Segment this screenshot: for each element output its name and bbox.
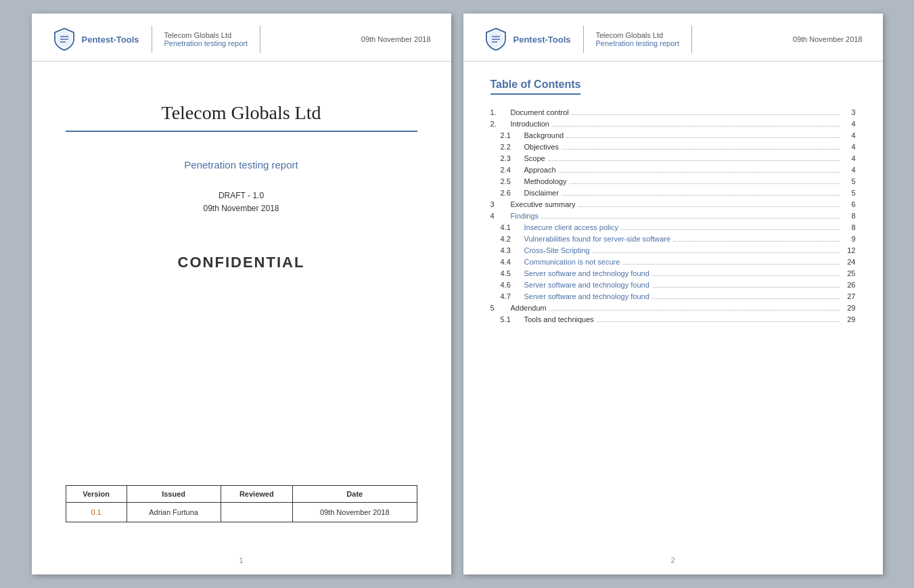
toc-dots — [593, 252, 840, 253]
toc-entry: 4Findings8 — [490, 212, 856, 221]
toc-label: Findings — [511, 212, 539, 220]
header-company-1: Telecom Globals Ltd — [164, 31, 248, 39]
toc-dots — [570, 183, 840, 184]
toc-page: 3 — [842, 108, 856, 116]
col-reviewed: Reviewed — [221, 486, 292, 503]
toc-entry: 4.7Server software and technology found2… — [490, 292, 856, 301]
toc-label: Executive summary — [511, 200, 576, 208]
toc-label: Disclaimer — [524, 189, 559, 197]
toc-label: Document control — [511, 108, 569, 116]
toc-num: 2.6 — [490, 189, 524, 197]
toc-label: Addendum — [511, 304, 547, 312]
toc-num: 3 — [490, 200, 511, 208]
toc-dots — [562, 149, 840, 150]
cell-version: 0.1 — [66, 503, 127, 522]
report-subtitle: Penetration testing report — [184, 159, 298, 171]
toc-label: Background — [524, 131, 564, 139]
cell-issued: Adrian Furtuna — [127, 503, 221, 522]
header-divider-3 — [583, 26, 584, 53]
toc-dots — [621, 229, 840, 230]
toc-num: 5 — [490, 304, 511, 312]
toc-page: 4 — [842, 131, 856, 139]
toc-label: Scope — [524, 154, 545, 162]
toc-dots — [652, 298, 840, 299]
toc-page: 5 — [842, 189, 856, 197]
toc-entry: 1.Document control3 — [490, 108, 856, 117]
toc-dots — [549, 310, 840, 311]
toc-page: 9 — [842, 235, 856, 243]
toc-label: Introduction — [511, 120, 549, 128]
toc-dots — [562, 195, 840, 196]
toc-label: Server software and technology found — [524, 281, 649, 289]
page-1-header: Pentest-Tools Telecom Globals Ltd Penetr… — [32, 14, 451, 62]
toc-entry: 2.3Scope4 — [490, 154, 856, 163]
table-row: 0.1 Adrian Furtuna 09th November 2018 — [66, 503, 417, 522]
toc-entry: 2.2Objectives4 — [490, 143, 856, 152]
page-1-body: Telecom Globals Ltd Penetration testing … — [32, 62, 451, 485]
toc-label: Vulnerabilities found for server-side so… — [524, 235, 671, 243]
toc-dots — [578, 206, 839, 207]
header-divider-2 — [260, 26, 260, 53]
toc-label: Cross-Site Scripting — [524, 246, 590, 254]
logo-shield-icon — [52, 27, 76, 51]
page-1-content: Telecom Globals Ltd Penetration testing … — [32, 62, 451, 574]
toc-entry: 4.4Communication is not secure24 — [490, 258, 856, 267]
toc-label: Server software and technology found — [524, 269, 649, 277]
toc-label: Approach — [524, 166, 556, 174]
toc-dots — [552, 126, 840, 127]
version-table: Version Issued Reviewed Date 0.1 Adrian … — [66, 485, 417, 522]
toc-page: 6 — [842, 200, 856, 208]
toc-entry: 2.4Approach4 — [490, 166, 856, 175]
toc-dots — [597, 321, 840, 322]
cell-reviewed — [221, 503, 292, 522]
toc-num: 1. — [490, 108, 511, 116]
toc-entry: 5.1Tools and techniques29 — [490, 315, 856, 324]
toc-num: 4 — [490, 212, 511, 220]
version-table-area: Version Issued Reviewed Date 0.1 Adrian … — [32, 485, 451, 549]
toc-dots — [652, 275, 840, 276]
toc-num: 5.1 — [490, 315, 524, 323]
toc-dots — [622, 264, 839, 265]
toc-num: 4.5 — [490, 269, 524, 277]
toc-entry: 2.5Methodology5 — [490, 177, 856, 186]
logo-area-2: Pentest-Tools — [484, 27, 571, 51]
toc-page: 25 — [842, 269, 856, 277]
toc-label: Insecure client access policy — [524, 223, 618, 231]
company-title: Telecom Globals Ltd — [162, 102, 321, 124]
title-underline — [66, 131, 417, 132]
toc-entry: 4.5Server software and technology found2… — [490, 269, 856, 278]
page-2-content: Table of Contents 1.Document control32.I… — [463, 62, 883, 574]
toc-dots — [566, 137, 839, 138]
toc-entry: 4.3Cross-Site Scripting12 — [490, 246, 856, 255]
toc-label: Server software and technology found — [524, 292, 649, 300]
col-version: Version — [66, 486, 127, 503]
toc-label: Communication is not secure — [524, 258, 620, 266]
toc-num: 2.2 — [490, 143, 524, 151]
page-1: Pentest-Tools Telecom Globals Ltd Penetr… — [32, 14, 451, 574]
toc-num: 2.1 — [490, 131, 524, 139]
toc-page: 29 — [842, 315, 856, 323]
toc-num: 4.3 — [490, 246, 524, 254]
toc-page: 12 — [842, 246, 856, 254]
toc-label: Methodology — [524, 177, 567, 185]
toc-num: 4.6 — [490, 281, 524, 289]
toc-num: 4.1 — [490, 223, 524, 231]
header-title-area-1: Telecom Globals Ltd Penetration testing … — [164, 31, 248, 47]
page-number-1: 1 — [32, 549, 451, 574]
toc-page: 27 — [842, 292, 856, 300]
toc-page: 8 — [842, 212, 856, 220]
toc-entry: 4.2Vulnerabilities found for server-side… — [490, 235, 856, 244]
header-report-type-2: Penetration testing report — [596, 39, 680, 47]
toc-label: Objectives — [524, 143, 559, 151]
toc-page: 4 — [842, 166, 856, 174]
toc-entry: 3Executive summary6 — [490, 200, 856, 209]
draft-version: DRAFT - 1.0 — [219, 191, 264, 200]
header-divider-4 — [691, 26, 692, 53]
toc-num: 4.2 — [490, 235, 524, 243]
toc-dots — [541, 218, 839, 219]
toc-page: 5 — [842, 177, 856, 185]
confidential-label: CONFIDENTIAL — [178, 254, 305, 271]
col-issued: Issued — [127, 486, 221, 503]
header-divider-1 — [152, 26, 152, 53]
toc-dots — [559, 172, 840, 173]
